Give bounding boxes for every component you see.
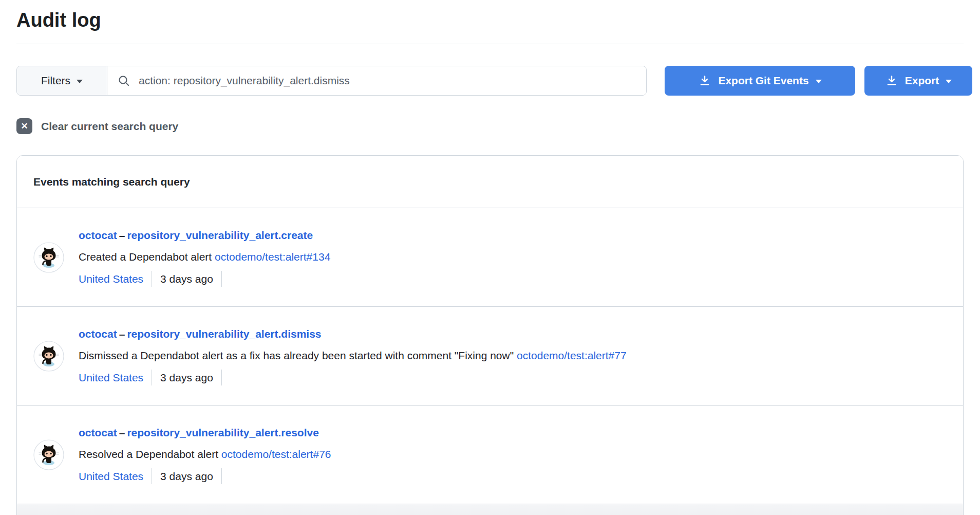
event-row: octocat–repository_vulnerability_alert.r… [17,406,963,504]
chevron-down-icon [77,80,83,83]
octocat-avatar[interactable] [33,341,64,372]
title-separator: – [119,229,125,241]
chevron-down-icon [816,80,822,83]
event-time: 3 days ago [160,271,213,286]
event-meta: United States 3 days ago [79,468,331,484]
event-title: octocat–repository_vulnerability_alert.c… [79,228,330,243]
event-body: octocat–repository_vulnerability_alert.c… [79,228,330,287]
location-link[interactable]: United States [79,370,143,385]
filters-dropdown-button[interactable]: Filters [17,66,107,95]
search-icon [118,75,130,87]
actor-link[interactable]: octocat [79,229,117,241]
export-label: Export [905,75,939,87]
action-link[interactable]: repository_vulnerability_alert.create [127,229,313,241]
page-title: Audit log [16,8,964,32]
action-link[interactable]: repository_vulnerability_alert.dismiss [127,328,321,340]
event-body: octocat–repository_vulnerability_alert.r… [79,425,331,484]
event-description: Resolved a Dependabot alert [79,448,218,460]
target-link[interactable]: octodemo/test:alert#77 [517,350,627,361]
event-description-line: Resolved a Dependabot alert octodemo/tes… [79,447,331,462]
actor-link[interactable]: octocat [79,328,117,340]
clear-search-query-button[interactable]: ✕ Clear current search query [16,118,964,134]
search-box [107,66,646,95]
meta-divider [221,370,222,385]
chevron-down-icon [946,80,952,83]
close-icon[interactable]: ✕ [16,118,32,134]
event-meta: United States 3 days ago [79,271,330,287]
events-panel-header-label: Events matching search query [33,176,190,188]
location-link[interactable]: United States [79,469,143,484]
target-link[interactable]: octodemo/test:alert#134 [215,251,330,263]
title-separator: – [119,328,125,340]
event-description-line: Dismissed a Dependabot alert as a fix ha… [79,348,627,363]
search-input[interactable] [138,74,636,87]
action-link[interactable]: repository_vulnerability_alert.resolve [127,427,319,438]
export-git-events-button[interactable]: Export Git Events [665,66,855,96]
event-time: 3 days ago [160,370,213,385]
events-panel-header: Events matching search query [17,156,963,208]
close-icon-glyph: ✕ [21,122,28,131]
event-row: octocat–repository_vulnerability_alert.c… [17,208,963,307]
export-button[interactable]: Export [864,66,972,96]
clear-search-query-label: Clear current search query [41,120,178,133]
title-divider [16,44,964,44]
meta-divider [221,271,222,287]
filters-label: Filters [41,75,70,87]
meta-divider [152,271,152,287]
event-meta: United States 3 days ago [79,370,627,385]
export-git-events-label: Export Git Events [718,75,808,87]
event-time: 3 days ago [160,469,213,484]
events-panel: Events matching search query octocat–rep… [16,155,964,515]
meta-divider [221,468,222,484]
meta-divider [152,370,152,385]
octocat-avatar[interactable] [33,242,64,273]
toolbar: Filters Export Git Events Export [16,66,972,96]
octocat-avatar[interactable] [33,439,64,470]
event-title: octocat–repository_vulnerability_alert.r… [79,425,331,440]
audit-log-page: Audit log Filters Export Git Events Exp [0,8,980,515]
location-link[interactable]: United States [79,271,143,286]
actor-link[interactable]: octocat [79,427,117,438]
event-description-line: Created a Dependabot alert octodemo/test… [79,249,330,264]
title-separator: – [119,427,125,438]
event-description: Created a Dependabot alert [79,251,212,263]
download-icon [885,74,898,87]
meta-divider [152,468,152,484]
target-link[interactable]: octodemo/test:alert#76 [221,448,331,460]
event-description: Dismissed a Dependabot alert as a fix ha… [79,350,514,361]
filter-search-group: Filters [16,66,647,96]
event-row: octocat–repository_vulnerability_alert.d… [17,307,963,406]
event-title: octocat–repository_vulnerability_alert.d… [79,326,627,341]
download-icon [698,74,711,87]
panel-footer [17,504,963,515]
event-body: octocat–repository_vulnerability_alert.d… [79,326,627,385]
